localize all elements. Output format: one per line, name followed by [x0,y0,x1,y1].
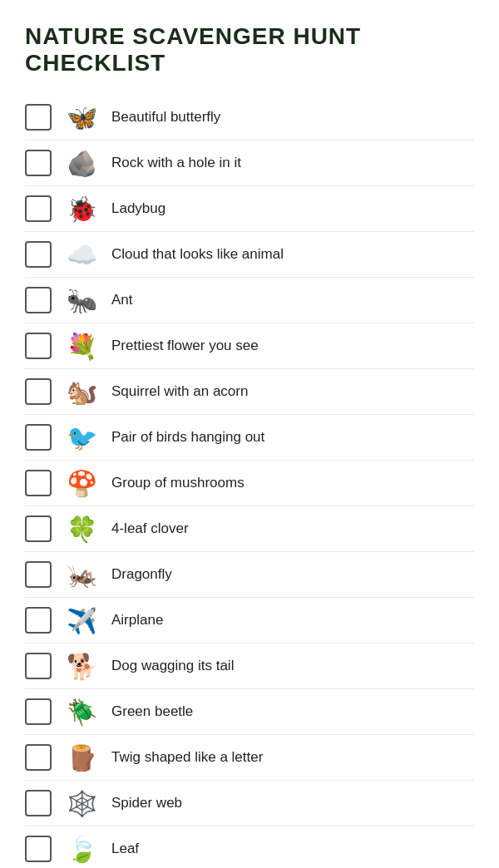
item-icon-17: 🍃 [60,831,103,867]
item-icon-7: 🐿️ [60,373,103,410]
item-label-4: Cloud that looks like animal [111,246,284,263]
checkbox-4[interactable] [25,241,52,268]
checkbox-12[interactable] [25,607,52,634]
list-item: 🦗Dragonfly [25,552,474,598]
list-item: 🐕Dog wagging its tail [25,644,474,689]
list-item: 🐜Ant [25,278,474,323]
checkbox-5[interactable] [25,287,52,313]
list-item: 🍃Leaf [25,826,474,868]
item-icon-9: 🍄 [60,465,103,501]
list-item: 🦋Beautiful butterfly [25,95,474,141]
list-item: ✈️Airplane [25,598,474,644]
item-label-1: Beautiful butterfly [111,109,220,126]
page-title: NATURE SCAVENGER HUNT CHECKLIST [25,23,474,76]
list-item: 🐿️Squirrel with an acorn [25,369,474,415]
checkbox-13[interactable] [25,653,52,679]
item-label-6: Prettiest flower you see [111,338,259,354]
list-item: 💐Prettiest flower you see [25,323,474,369]
checkbox-8[interactable] [25,424,52,451]
item-icon-6: 💐 [60,328,103,364]
item-icon-14: 🪲 [60,693,103,730]
list-item: 🍀4-leaf clover [25,506,474,552]
item-icon-16: 🕸️ [60,785,103,821]
checklist: 🦋Beautiful butterfly🪨Rock with a hole in… [25,95,474,868]
item-icon-11: 🦗 [60,556,103,593]
checkbox-6[interactable] [25,333,52,359]
checkbox-14[interactable] [25,698,52,725]
item-label-17: Leaf [111,841,139,857]
list-item: 🐞Ladybug [25,186,474,232]
list-item: 🪵Twig shaped like a letter [25,735,474,781]
checkbox-11[interactable] [25,561,52,588]
item-icon-5: 🐜 [60,282,103,318]
item-label-9: Group of mushrooms [111,475,245,491]
checkbox-2[interactable] [25,150,52,176]
list-item: 🕸️Spider web [25,781,474,826]
item-icon-10: 🍀 [60,510,103,547]
list-item: 🪨Rock with a hole in it [25,141,474,186]
item-label-7: Squirrel with an acorn [111,383,248,400]
item-icon-4: ☁️ [60,236,103,273]
item-label-14: Green beetle [111,703,193,720]
item-label-12: Airplane [111,612,163,629]
item-icon-1: 🦋 [60,99,103,136]
item-label-13: Dog wagging its tail [111,658,234,674]
checkbox-10[interactable] [25,515,52,542]
checkbox-15[interactable] [25,744,52,771]
item-icon-2: 🪨 [60,145,103,181]
item-label-5: Ant [111,292,133,308]
checkbox-17[interactable] [25,836,52,862]
item-icon-15: 🪵 [60,739,103,776]
checkbox-1[interactable] [25,104,52,131]
item-label-16: Spider web [111,795,182,811]
list-item: 🐦Pair of birds hanging out [25,415,474,461]
item-icon-12: ✈️ [60,602,103,639]
list-item: ☁️Cloud that looks like animal [25,232,474,278]
item-icon-8: 🐦 [60,419,103,456]
list-item: 🍄Group of mushrooms [25,461,474,506]
item-icon-13: 🐕 [60,648,103,684]
item-label-10: 4-leaf clover [111,520,189,537]
list-item: 🪲Green beetle [25,689,474,735]
item-label-3: Ladybug [111,200,166,217]
checkbox-7[interactable] [25,378,52,405]
checkbox-16[interactable] [25,790,52,816]
item-label-11: Dragonfly [111,566,172,583]
item-label-2: Rock with a hole in it [111,155,241,171]
item-label-8: Pair of birds hanging out [111,429,264,446]
item-label-15: Twig shaped like a letter [111,749,263,766]
item-icon-3: 🐞 [60,190,103,227]
main-container: NATURE SCAVENGER HUNT CHECKLIST 🦋Beautif… [0,0,499,868]
checkbox-3[interactable] [25,195,52,222]
checkbox-9[interactable] [25,470,52,496]
